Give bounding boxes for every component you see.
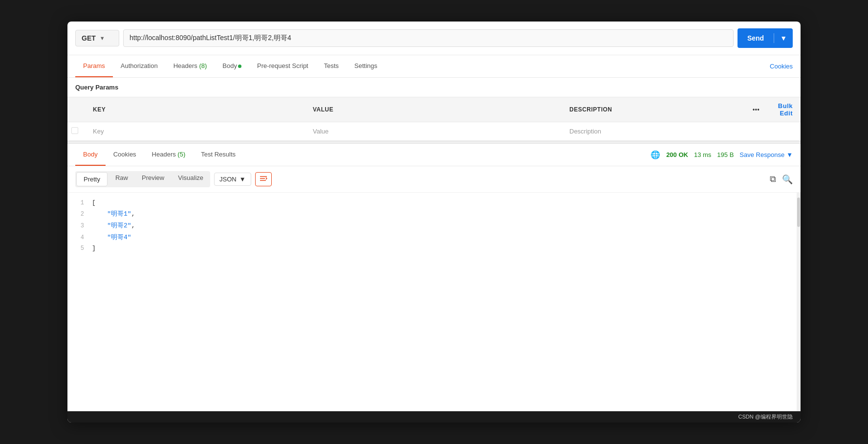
save-response-chevron-icon: ▼ xyxy=(786,151,793,158)
response-tab-testresults[interactable]: Test Results xyxy=(193,144,243,166)
body-dot-icon xyxy=(238,65,241,68)
tab-params[interactable]: Params xyxy=(75,55,113,77)
code-area[interactable]: 1 [ 2 "明哥1", 3 "明哥2", 4 xyxy=(67,193,797,411)
col-bulk-header: Bulk Edit xyxy=(767,97,801,122)
url-text: http://localhost:8090/pathListTest1/明哥1,… xyxy=(130,34,291,42)
params-table: KEY VALUE DESCRIPTION ••• Bulk Edit Key xyxy=(67,97,801,141)
line-number-2: 2 xyxy=(67,211,92,218)
bulk-edit-button[interactable]: Bulk Edit xyxy=(778,102,793,117)
format-tabs: Pretty Raw Preview Visualize xyxy=(75,171,210,187)
postman-window: GET ▼ http://localhost:8090/pathListTest… xyxy=(67,22,801,422)
response-time: 13 ms xyxy=(694,151,711,158)
response-tab-cookies[interactable]: Cookies xyxy=(106,144,144,166)
line-content-3: "明哥2", xyxy=(92,221,797,230)
method-chevron-icon: ▼ xyxy=(100,35,105,41)
format-tab-raw[interactable]: Raw xyxy=(108,171,135,187)
row-value-cell[interactable]: Value xyxy=(305,122,562,141)
response-tab-body[interactable]: Body xyxy=(75,144,106,166)
response-section: Body Cookies Headers (5) Test Results 🌐 … xyxy=(67,144,801,411)
response-status: 200 OK xyxy=(666,151,688,158)
more-options-icon[interactable]: ••• xyxy=(753,106,760,113)
headers-badge: (8) xyxy=(199,62,207,69)
line-number-1: 1 xyxy=(67,200,92,206)
json-format-label: JSON xyxy=(219,176,237,183)
line-number-4: 4 xyxy=(67,234,92,241)
format-tab-preview[interactable]: Preview xyxy=(135,171,171,187)
json-format-select[interactable]: JSON ▼ xyxy=(214,173,251,186)
tab-cookies[interactable]: Cookies xyxy=(770,63,793,70)
format-tab-pretty[interactable]: Pretty xyxy=(76,172,108,186)
row-checkbox-cell xyxy=(67,122,85,141)
send-button-label: Send xyxy=(738,34,774,42)
copy-icon[interactable]: ⧉ xyxy=(770,174,776,184)
row-more-cell xyxy=(745,122,767,141)
code-area-wrapper: 1 [ 2 "明哥1", 3 "明哥2", 4 xyxy=(67,193,801,411)
scrollbar-track[interactable] xyxy=(797,193,801,411)
code-line-2: 2 "明哥1", xyxy=(67,208,797,220)
line-content-1: [ xyxy=(92,199,797,206)
col-value-header: VALUE xyxy=(305,97,562,122)
send-btn-chevron-icon: ▼ xyxy=(774,34,793,42)
scrollbar-thumb[interactable] xyxy=(797,198,800,227)
line-number-3: 3 xyxy=(67,222,92,229)
code-line-5: 5 ] xyxy=(67,243,797,253)
col-checkbox xyxy=(67,97,85,122)
footer-text: CSDN @编程界明世隐 xyxy=(738,414,793,420)
request-tabs-bar: Params Authorization Headers (8) Body Pr… xyxy=(67,55,801,78)
code-line-4: 4 "明哥4" xyxy=(67,231,797,243)
code-line-3: 3 "明哥2", xyxy=(67,220,797,231)
row-key-cell[interactable]: Key xyxy=(85,122,305,141)
format-bar-right: ⧉ 🔍 xyxy=(770,174,793,185)
tab-authorization[interactable]: Authorization xyxy=(113,55,166,77)
table-row: Key Value Description xyxy=(67,122,801,141)
wrap-icon xyxy=(260,175,267,183)
tab-body[interactable]: Body xyxy=(215,55,249,77)
method-label: GET xyxy=(82,34,96,42)
line-content-5: ] xyxy=(92,244,797,252)
row-checkbox[interactable] xyxy=(71,127,78,134)
format-tab-visualize[interactable]: Visualize xyxy=(171,171,210,187)
response-meta: 🌐 200 OK 13 ms 195 B Save Response ▼ xyxy=(651,150,793,159)
url-bar: GET ▼ http://localhost:8090/pathListTest… xyxy=(67,22,801,55)
url-input[interactable]: http://localhost:8090/pathListTest1/明哥1,… xyxy=(123,29,734,47)
send-button[interactable]: Send ▼ xyxy=(738,28,793,48)
col-more-header: ••• xyxy=(745,97,767,122)
col-desc-header: DESCRIPTION xyxy=(562,97,745,122)
tab-tests[interactable]: Tests xyxy=(316,55,347,77)
method-select[interactable]: GET ▼ xyxy=(75,30,119,46)
globe-icon: 🌐 xyxy=(651,150,660,159)
row-extra-cell xyxy=(767,122,801,141)
response-size: 195 B xyxy=(717,151,734,158)
row-desc-cell[interactable]: Description xyxy=(562,122,745,141)
line-content-2: "明哥1", xyxy=(92,209,797,218)
tab-headers[interactable]: Headers (8) xyxy=(166,55,215,77)
col-key-header: KEY xyxy=(85,97,305,122)
response-headers-badge: (5) xyxy=(177,151,185,158)
code-line-1: 1 [ xyxy=(67,198,797,208)
json-format-chevron-icon: ▼ xyxy=(239,176,246,183)
tab-settings[interactable]: Settings xyxy=(347,55,385,77)
line-number-5: 5 xyxy=(67,245,92,252)
footer: CSDN @编程界明世隐 xyxy=(67,411,801,422)
response-tab-headers[interactable]: Headers (5) xyxy=(144,144,194,166)
save-response-button[interactable]: Save Response ▼ xyxy=(739,151,793,158)
response-tabs-bar: Body Cookies Headers (5) Test Results 🌐 … xyxy=(67,144,801,166)
line-content-4: "明哥4" xyxy=(92,233,797,242)
tab-prerequest[interactable]: Pre-request Script xyxy=(249,55,316,77)
format-bar: Pretty Raw Preview Visualize JSON ▼ xyxy=(67,166,801,193)
wrap-button[interactable] xyxy=(255,172,272,186)
search-icon[interactable]: 🔍 xyxy=(782,174,793,185)
query-params-section-header: Query Params xyxy=(67,78,801,97)
